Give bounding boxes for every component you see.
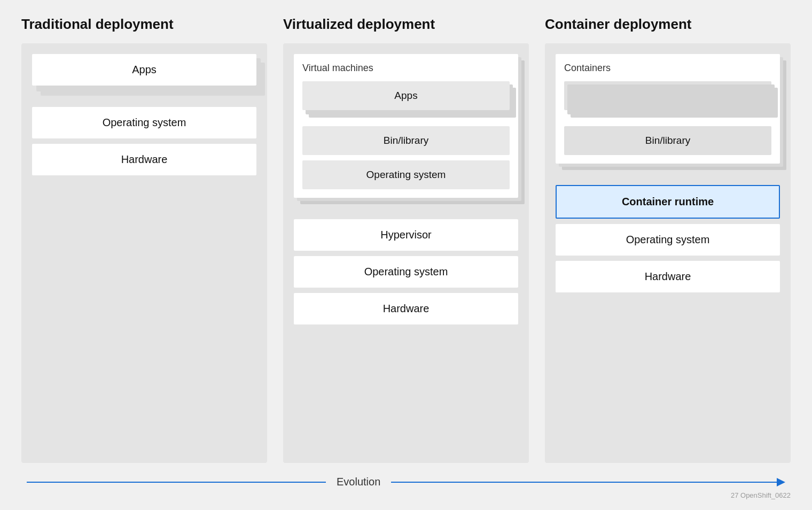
vm-os-inner-card: Operating system	[302, 160, 510, 189]
virtualized-box: Virtual machines Apps Bin/library Operat…	[283, 43, 529, 463]
containers-outer-stacked: Containers Apps Bin/library	[556, 54, 780, 164]
container-title: Container deployment	[545, 16, 791, 33]
vm-apps-stacked: Apps	[302, 81, 510, 110]
evolution-arrow	[777, 478, 785, 486]
vm-label: Virtual machines	[302, 63, 510, 74]
traditional-apps-card: Apps	[32, 54, 256, 86]
evolution-line-left	[27, 482, 326, 483]
traditional-title: Traditional deployment	[21, 16, 267, 33]
traditional-apps-stacked: Apps	[32, 54, 256, 86]
column-virtualized: Virtualized deployment Virtual machines …	[283, 16, 529, 463]
container-os-card: Operating system	[556, 224, 780, 256]
container-runtime-card: Container runtime	[556, 185, 780, 219]
containers-box: Containers Apps Bin/library	[556, 54, 780, 164]
vm-binlib-card: Bin/library	[302, 126, 510, 155]
column-container: Container deployment Containers Apps	[545, 16, 791, 463]
container-box: Containers Apps Bin/library Conta	[545, 43, 791, 463]
traditional-hw-card: Hardware	[32, 144, 256, 175]
container-binlib-card: Bin/library	[564, 126, 771, 155]
evolution-line-right	[391, 482, 777, 483]
footer-text: 27 OpenShift_0622	[21, 491, 791, 499]
container-apps-shadow1	[567, 84, 775, 114]
containers-label: Containers	[564, 63, 771, 74]
traditional-box: Apps Operating system Hardware	[21, 43, 267, 463]
vm-outer-stacked: Virtual machines Apps Bin/library Operat…	[294, 54, 518, 198]
container-apps-stacked: Apps	[564, 81, 771, 110]
column-traditional: Traditional deployment Apps Operating sy…	[21, 16, 267, 463]
main-container: Traditional deployment Apps Operating sy…	[21, 16, 791, 463]
virtualized-os-card: Operating system	[294, 256, 518, 288]
virtualized-title: Virtualized deployment	[283, 16, 529, 33]
evolution-bar: Evolution	[21, 476, 791, 488]
virtualized-hypervisor-card: Hypervisor	[294, 219, 518, 251]
evolution-label: Evolution	[326, 476, 391, 488]
container-hw-card: Hardware	[556, 261, 780, 292]
traditional-os-card: Operating system	[32, 107, 256, 138]
virtualized-hw-card: Hardware	[294, 293, 518, 324]
vm-box: Virtual machines Apps Bin/library Operat…	[294, 54, 518, 198]
vm-apps-card: Apps	[302, 81, 510, 110]
